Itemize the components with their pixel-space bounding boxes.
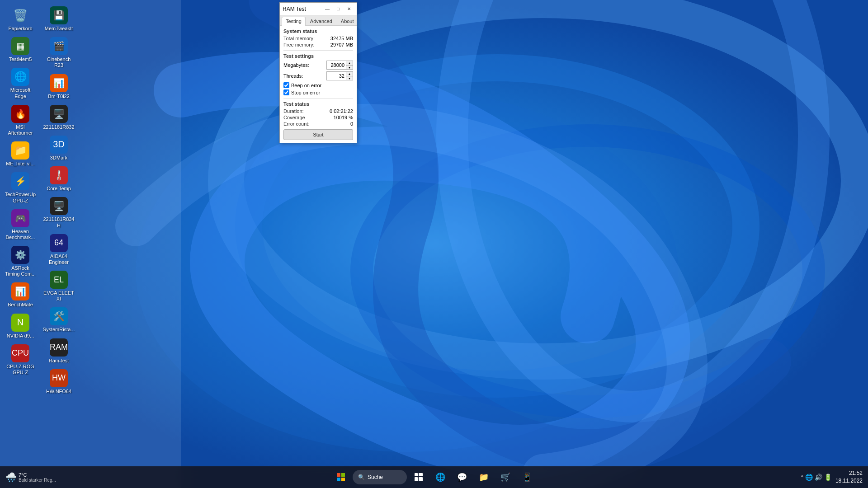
taskbar-edge-button[interactable]: 🌐 — [430, 467, 450, 487]
tab-advanced[interactable]: Advanced — [306, 17, 336, 25]
desktop-icon-systemrista[interactable]: 🛠️ SystemRista... — [41, 305, 77, 334]
duration-value: 0:02:21:22 — [330, 108, 353, 114]
svg-rect-7 — [337, 473, 340, 477]
total-memory-value: 32475 MB — [330, 36, 353, 41]
megabytes-spin-buttons: ▲ ▼ — [346, 61, 353, 69]
error-count-label: Error count: — [283, 121, 309, 127]
beep-on-error-checkbox[interactable] — [283, 82, 289, 88]
desktop-icon-msi-afterburner[interactable]: 🔥 MSI Afterburner — [2, 103, 38, 138]
threads-spin-down[interactable]: ▼ — [346, 76, 353, 80]
desktop-icon-monitor2[interactable]: 🖥️ 2211181R834H — [41, 195, 77, 230]
tab-testing[interactable]: Testing — [282, 17, 306, 26]
megabytes-row: Megabytes: ▲ ▼ — [283, 61, 353, 70]
system-status-title: System status — [283, 28, 353, 34]
restore-button[interactable]: □ — [333, 5, 343, 13]
threads-input[interactable] — [327, 73, 346, 79]
duration-label: Duration: — [283, 108, 304, 114]
desktop: 🗑️ Papierkorb ▦ TestMem5 🌐 Microsoft Edg… — [0, 0, 868, 488]
close-button[interactable]: ✕ — [344, 5, 354, 13]
background-swirl — [0, 0, 868, 488]
desktop-icon-folder[interactable]: 📁 ME_Intel vi... — [2, 140, 38, 169]
free-memory-value: 29707 MB — [330, 42, 353, 47]
desktop-icon-cpuz[interactable]: CPU CPU-Z ROG GPU-Z — [2, 343, 38, 377]
test-status-title: Test status — [283, 101, 353, 107]
beep-on-error-row[interactable]: Beep on error — [283, 82, 353, 88]
desktop-icon-edge[interactable]: 🌐 Microsoft Edge — [2, 66, 38, 101]
threads-label: Threads: — [283, 73, 303, 79]
threads-spinbox[interactable]: ▲ ▼ — [326, 71, 353, 80]
threads-spin-buttons: ▲ ▼ — [346, 72, 353, 80]
beep-on-error-label: Beep on error — [291, 83, 321, 88]
threads-spin-up[interactable]: ▲ — [346, 72, 353, 76]
svg-rect-14 — [419, 477, 423, 481]
stop-on-error-checkbox[interactable] — [283, 89, 289, 95]
weather-widget[interactable]: 7°C Bald starker Reg... — [19, 472, 56, 483]
desktop-icon-nvidia[interactable]: N NVIDIA d9... — [2, 312, 38, 341]
taskbar-teams-button[interactable]: 💬 — [452, 467, 472, 487]
stop-on-error-label: Stop on error — [291, 90, 320, 95]
total-memory-label: Total memory: — [283, 36, 315, 41]
network-icon[interactable]: 🌐 — [805, 474, 813, 481]
free-memory-row: Free memory: 29707 MB — [283, 42, 353, 47]
coverage-value: 10019 % — [334, 115, 353, 120]
minimize-button[interactable]: — — [322, 5, 332, 13]
desktop-icon-3dmark[interactable]: 3D 3DMark — [41, 134, 77, 163]
megabytes-input[interactable] — [327, 62, 346, 68]
svg-rect-12 — [419, 473, 423, 476]
taskbar-explorer-button[interactable]: 📁 — [474, 467, 494, 487]
weather-icon: 🌧️ — [5, 472, 17, 483]
taskbar-center: 🔍 Suche 🌐 💬 📁 🛒 📱 — [331, 467, 537, 487]
error-count-value: 0 — [350, 121, 353, 127]
chevron-up-icon[interactable]: ^ — [801, 474, 803, 480]
svg-rect-11 — [415, 473, 418, 476]
desktop-icon-aida64[interactable]: 64 AIDA64 Engineer — [41, 232, 77, 267]
taskbar-app-button[interactable]: 📱 — [517, 467, 537, 487]
threads-row: Threads: ▲ ▼ — [283, 71, 353, 80]
search-icon: 🔍 — [358, 474, 365, 480]
clock-time: 21:52 — [849, 469, 863, 477]
megabytes-spin-down[interactable]: ▼ — [346, 65, 353, 69]
svg-rect-8 — [341, 473, 345, 477]
window-titlebar: RAM Test — □ ✕ — [280, 3, 357, 15]
task-view-icon — [415, 473, 423, 481]
tab-about[interactable]: About — [337, 17, 358, 25]
search-button[interactable]: 🔍 Suche — [353, 470, 407, 484]
clock-widget[interactable]: 21:52 18.11.2022 — [835, 469, 863, 485]
desktop-icon-bm-tool[interactable]: 📊 Bm-T0i22 — [41, 72, 77, 101]
battery-icon[interactable]: 🔋 — [824, 474, 832, 481]
duration-row: Duration: 0:02:21:22 — [283, 108, 353, 114]
weather-temp: 7°C — [19, 472, 56, 478]
megabytes-spin-up[interactable]: ▲ — [346, 61, 353, 65]
taskbar: 🌧️ 7°C Bald starker Reg... 🔍 Suche — [0, 466, 868, 488]
desktop-icon-asrock[interactable]: ⚙️ ASRock Timing Com... — [2, 244, 38, 279]
svg-rect-10 — [341, 478, 345, 481]
desktop-icon-heaven[interactable]: 🎮 Heaven Benchmark... — [2, 207, 38, 242]
desktop-icon-hwinfo[interactable]: HW HWiNFO64 — [41, 367, 77, 396]
start-menu-button[interactable] — [331, 467, 351, 487]
desktop-icon-papierkorb[interactable]: 🗑️ Papierkorb — [2, 5, 38, 33]
desktop-icon-memtweakit[interactable]: 💾 MemTweakIt — [41, 5, 77, 33]
megabytes-spinbox[interactable]: ▲ ▼ — [326, 61, 353, 70]
sound-icon[interactable]: 🔊 — [815, 474, 822, 481]
desktop-icon-coretemp[interactable]: 🌡️ Core Temp — [41, 164, 77, 193]
coverage-row: Coverage 10019 % — [283, 115, 353, 120]
taskbar-store-button[interactable]: 🛒 — [495, 467, 515, 487]
window-controls: — □ ✕ — [322, 5, 354, 13]
desktop-icon-evga[interactable]: EL EVGA ELEET XI — [41, 269, 77, 304]
megabytes-label: Megabytes: — [283, 62, 309, 68]
windows-logo-icon — [337, 473, 345, 481]
error-count-row: Error count: 0 — [283, 121, 353, 127]
test-settings-title: Test settings — [283, 53, 353, 59]
desktop-icon-techpowerup[interactable]: ⚡ TechPowerUp GPU-Z — [2, 170, 38, 205]
desktop-icon-cinebench[interactable]: 🎬 Cinebench R23 — [41, 35, 77, 70]
start-button[interactable]: Start — [283, 129, 353, 140]
ram-test-window: RAM Test — □ ✕ Testing Advanced About Sy… — [279, 2, 357, 143]
desktop-icon-benchmate[interactable]: 📊 BenchMate — [2, 281, 38, 310]
task-view-button[interactable] — [409, 467, 429, 487]
desktop-icon-monitor1[interactable]: 🖥️ 2211181R832 — [41, 103, 77, 132]
desktop-icon-testmem5[interactable]: ▦ TestMem5 — [2, 35, 38, 64]
stop-on-error-row[interactable]: Stop on error — [283, 89, 353, 95]
svg-rect-13 — [415, 477, 418, 481]
desktop-icon-ramtest-icon[interactable]: RAM Ram-test — [41, 337, 77, 366]
clock-date: 18.11.2022 — [835, 477, 863, 485]
